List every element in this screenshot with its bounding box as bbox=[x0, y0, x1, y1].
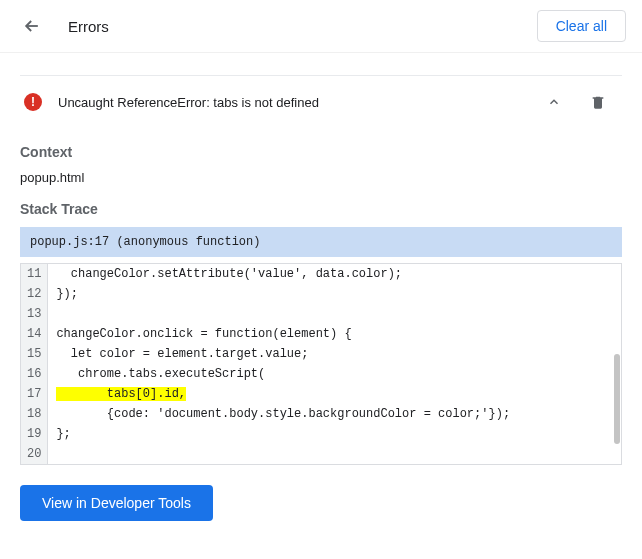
stack-trace-label: Stack Trace bbox=[20, 201, 622, 217]
line-number: 16 bbox=[21, 364, 47, 384]
code-lines: changeColor.setAttribute('value', data.c… bbox=[48, 264, 621, 464]
context-value: popup.html bbox=[20, 170, 622, 185]
code-line: chrome.tabs.executeScript( bbox=[54, 364, 621, 384]
page-title: Errors bbox=[68, 18, 537, 35]
clear-all-button[interactable]: Clear all bbox=[537, 10, 626, 42]
error-item-header[interactable]: ! Uncaught ReferenceError: tabs is not d… bbox=[20, 75, 622, 128]
code-line: {code: 'document.body.style.backgroundCo… bbox=[54, 404, 621, 424]
code-line: }; bbox=[54, 424, 621, 444]
line-number: 13 bbox=[21, 304, 47, 324]
line-number: 12 bbox=[21, 284, 47, 304]
trash-icon bbox=[590, 93, 606, 111]
content-area: ! Uncaught ReferenceError: tabs is not d… bbox=[0, 53, 642, 541]
line-number: 19 bbox=[21, 424, 47, 444]
chevron-up-icon bbox=[547, 95, 561, 109]
page-header: Errors Clear all bbox=[0, 0, 642, 53]
code-line bbox=[54, 444, 621, 464]
line-number: 14 bbox=[21, 324, 47, 344]
error-icon: ! bbox=[24, 93, 42, 111]
code-line bbox=[54, 304, 621, 324]
code-line: let color = element.target.value; bbox=[54, 344, 621, 364]
view-dev-tools-button[interactable]: View in Developer Tools bbox=[20, 485, 213, 521]
stack-trace-banner[interactable]: popup.js:17 (anonymous function) bbox=[20, 227, 622, 257]
line-number: 18 bbox=[21, 404, 47, 424]
code-line: changeColor.onclick = function(element) … bbox=[54, 324, 621, 344]
code-block: 11121314151617181920 changeColor.setAttr… bbox=[20, 263, 622, 465]
code-line: }); bbox=[54, 284, 621, 304]
delete-button[interactable] bbox=[586, 90, 610, 114]
code-gutter: 11121314151617181920 bbox=[21, 264, 48, 464]
line-number: 11 bbox=[21, 264, 47, 284]
back-button[interactable] bbox=[20, 14, 44, 38]
arrow-left-icon bbox=[22, 16, 42, 36]
line-number: 20 bbox=[21, 444, 47, 464]
context-label: Context bbox=[20, 144, 622, 160]
line-number: 17 bbox=[21, 384, 47, 404]
error-title: Uncaught ReferenceError: tabs is not def… bbox=[58, 95, 542, 110]
code-line: tabs[0].id, bbox=[54, 384, 621, 404]
collapse-button[interactable] bbox=[542, 90, 566, 114]
line-number: 15 bbox=[21, 344, 47, 364]
code-line: changeColor.setAttribute('value', data.c… bbox=[54, 264, 621, 284]
scrollbar-thumb[interactable] bbox=[614, 354, 620, 444]
